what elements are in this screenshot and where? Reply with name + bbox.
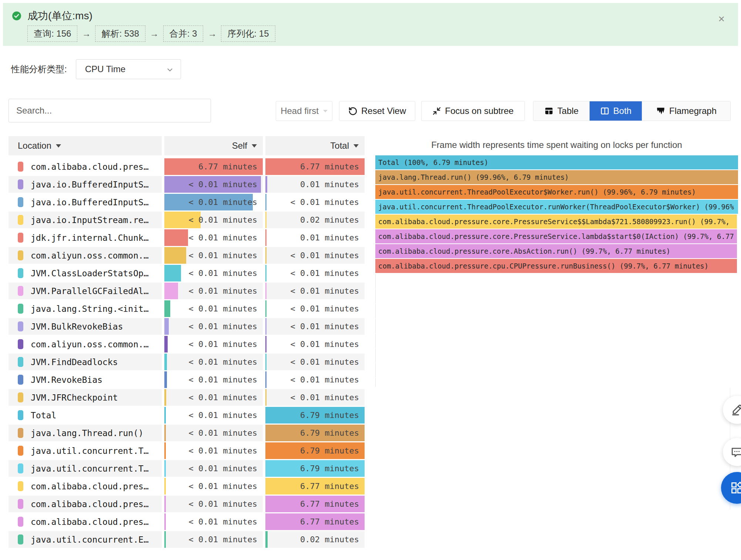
row-location-label: com.alibaba.cloud.pres… [31,499,149,509]
row-total-bar [265,318,266,335]
row-location-label: java.io.BufferedInputS… [31,180,149,189]
row-total-value: < 0.01 minutes [291,354,359,370]
row-self-bar [164,371,167,388]
chevron-down-icon [166,66,174,74]
table-row[interactable]: com.alibaba.cloud.pres… < 0.01 minutes 6… [9,496,365,512]
row-total-cell: 0.02 minutes [265,531,365,548]
timing-steps: 查询: 156 → 解析: 538 → 合并: 3 → 序列化: 15 [27,26,729,41]
table-row[interactable]: JVM.FindDeadlocks < 0.01 minutes < 0.01 … [9,354,365,370]
flamegraph-frame[interactable]: com.alibaba.cloud.pressure.cpu.CPUPressu… [375,259,737,273]
row-self-cell: < 0.01 minutes [164,194,263,210]
row-self-cell: < 0.01 minutes [164,354,263,370]
view-mode-flamegraph[interactable]: Flamegraph [642,101,730,121]
row-color-swatch [18,286,23,296]
arrow-icon: → [82,28,91,39]
table-row[interactable]: com.alibaba.cloud.pres… < 0.01 minutes 6… [9,478,365,495]
column-header-total[interactable]: Total [265,136,365,155]
row-self-cell: < 0.01 minutes [164,371,263,388]
row-self-bar [164,318,169,335]
step-serialize: 序列化: 15 [221,26,275,42]
table-row[interactable]: com.aliyun.oss.common.… < 0.01 minutes <… [9,336,365,352]
row-location-cell: com.aliyun.oss.common.… [9,336,162,352]
flamegraph-frame[interactable]: java.util.concurrent.ThreadPoolExecutor.… [375,200,738,214]
row-self-bar [164,247,186,264]
flamegraph-frame[interactable]: com.alibaba.cloud.pressure.core.AbsActio… [375,244,737,258]
comment-fab-button[interactable] [723,438,741,466]
view-mode-both[interactable]: Both [590,101,642,121]
table-row[interactable]: JVM.JFRCheckpoint < 0.01 minutes < 0.01 … [9,389,365,406]
row-color-swatch [18,499,23,509]
row-location-cell: java.io.BufferedInputS… [9,194,162,210]
table-row[interactable]: java.lang.Thread.run() < 0.01 minutes 6.… [9,425,365,441]
app-grid-icon [730,481,741,495]
row-location-cell: JVM.BulkRevokeBias [9,318,162,335]
view-mode-both-label: Both [613,106,631,116]
row-location-cell: com.aliyun.oss.common.… [9,247,162,264]
flamegraph-frame[interactable]: java.util.concurrent.ThreadPoolExecutor$… [375,185,738,199]
table-row[interactable]: com.alibaba.cloud.pres… < 0.01 minutes 6… [9,513,365,530]
flamegraph-frame[interactable]: com.alibaba.cloud.pressure.core.Pressure… [375,215,737,229]
caret-down-icon [323,110,328,112]
search-input[interactable] [9,99,211,122]
row-self-cell: < 0.01 minutes [164,513,263,530]
flamegraph-frame[interactable]: com.alibaba.cloud.pressure.core.Pressure… [375,229,737,243]
row-location-cell: java.util.concurrent.E… [9,531,162,548]
focus-subtree-button[interactable]: Focus on subtree [421,101,525,121]
column-header-location[interactable]: Location [9,136,162,155]
row-self-cell: < 0.01 minutes [164,212,263,228]
table-row[interactable]: JVM.RevokeBias < 0.01 minutes < 0.01 min… [9,371,365,388]
row-total-cell: < 0.01 minutes [265,265,365,281]
row-self-cell: < 0.01 minutes [164,478,263,495]
table-row[interactable]: java.io.InputStream.re… < 0.01 minutes 0… [9,212,365,228]
table-row[interactable]: java.util.concurrent.T… < 0.01 minutes 6… [9,442,365,459]
step-query: 查询: 156 [27,26,77,42]
apps-fab-button[interactable] [721,472,741,504]
row-self-bar [164,265,181,281]
view-mode-table[interactable]: Table [533,101,590,121]
row-total-value: 0.02 minutes [300,531,359,548]
row-self-cell: < 0.01 minutes [164,442,263,459]
row-total-bar [265,389,266,406]
row-self-cell: < 0.01 minutes [164,460,263,477]
reset-view-button[interactable]: Reset View [339,101,415,121]
table-row[interactable]: java.util.concurrent.E… < 0.01 minutes 0… [9,531,365,548]
head-first-label: Head first [281,106,319,116]
table-row[interactable]: JVM.ParallelGCFailedAl… < 0.01 minutes <… [9,283,365,299]
flamegraph-frame[interactable]: java.lang.Thread.run() (99.96%, 6.79 min… [375,170,738,184]
sort-caret-icon [252,144,257,148]
row-self-bar [164,283,178,299]
edit-fab-button[interactable] [723,396,741,424]
table-row[interactable]: java.lang.String.<init… < 0.01 minutes <… [9,300,365,317]
row-total-bar [265,283,266,299]
head-first-button[interactable]: Head first [276,101,332,121]
row-total-value: < 0.01 minutes [291,283,359,299]
row-color-swatch [18,304,23,314]
table-row[interactable]: Total < 0.01 minutes 6.79 minutes [9,407,365,424]
table-row[interactable]: java.io.BufferedInputS… < 0.01 minutes 0… [9,176,365,193]
table-row[interactable]: com.aliyun.oss.common.… < 0.01 minutes <… [9,247,365,264]
row-location-cell: JVM.ClassLoaderStatsOp… [9,265,162,281]
row-self-cell: < 0.01 minutes [164,176,263,193]
row-location-label: java.io.InputStream.re… [31,215,149,225]
row-total-value: < 0.01 minutes [291,389,359,406]
table-row[interactable]: JVM.BulkRevokeBias < 0.01 minutes < 0.01… [9,318,365,335]
banner-close-icon[interactable]: × [718,13,725,24]
row-self-cell: < 0.01 minutes [164,389,263,406]
column-header-self[interactable]: Self [164,136,263,155]
row-total-cell: < 0.01 minutes [265,247,365,264]
row-color-swatch [18,428,23,438]
table-row[interactable]: java.io.BufferedInputS… < 0.01 minutes <… [9,194,365,210]
success-check-icon [12,11,21,21]
row-self-value: < 0.01 minutes [189,318,257,335]
row-total-value: 6.77 minutes [300,478,359,495]
success-banner: 成功(单位:ms) × 查询: 156 → 解析: 538 → 合并: 3 → … [3,3,738,46]
table-row[interactable]: JVM.ClassLoaderStatsOp… < 0.01 minutes <… [9,265,365,281]
table-row[interactable]: com.alibaba.cloud.pres… 6.77 minutes 6.7… [9,158,365,175]
table-row[interactable]: java.util.concurrent.T… < 0.01 minutes 6… [9,460,365,477]
row-self-bar [164,460,166,477]
flamegraph-frame[interactable]: Total (100%, 6.79 minutes) [375,155,738,169]
table-row[interactable]: jdk.jfr.internal.Chunk… < 0.01 minutes 0… [9,229,365,246]
profile-type-select[interactable]: CPU Time [76,59,181,79]
sort-caret-icon [56,144,61,148]
row-location-cell: com.alibaba.cloud.pres… [9,158,162,175]
